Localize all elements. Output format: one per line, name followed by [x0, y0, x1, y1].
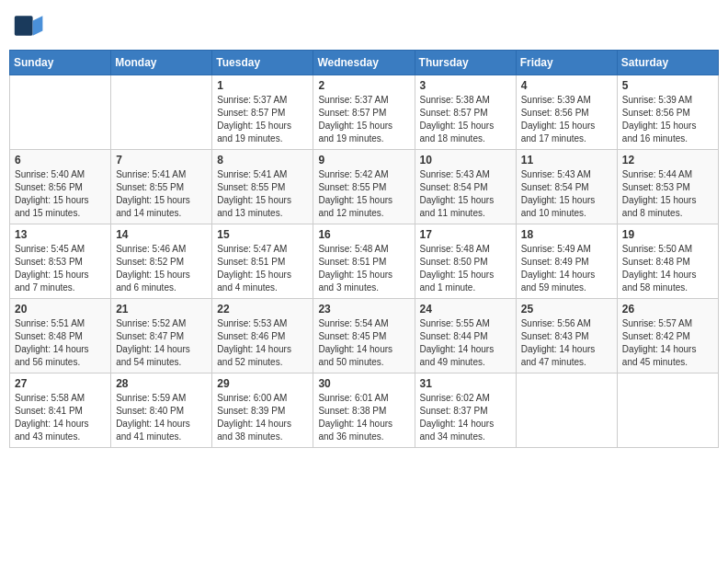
calendar-cell: 30Sunrise: 6:01 AMSunset: 8:38 PMDayligh…: [313, 373, 415, 448]
weekday-header-thursday: Thursday: [415, 51, 516, 75]
calendar-cell: 4Sunrise: 5:39 AMSunset: 8:56 PMDaylight…: [516, 75, 617, 150]
calendar-cell: 19Sunrise: 5:50 AMSunset: 8:48 PMDayligh…: [617, 224, 718, 299]
day-number: 7: [116, 154, 207, 167]
calendar-week-row: 6Sunrise: 5:40 AMSunset: 8:56 PMDaylight…: [10, 150, 719, 224]
cell-info: Sunrise: 6:00 AMSunset: 8:39 PMDaylight:…: [217, 392, 308, 443]
day-number: 28: [116, 377, 207, 390]
logo-icon: [13, 9, 46, 42]
day-number: 12: [622, 154, 713, 167]
day-number: 25: [521, 303, 612, 316]
weekday-header-sunday: Sunday: [10, 51, 111, 75]
day-number: 8: [217, 154, 308, 167]
calendar-cell: 7Sunrise: 5:41 AMSunset: 8:55 PMDaylight…: [111, 150, 212, 224]
weekday-header-monday: Monday: [111, 51, 212, 75]
cell-info: Sunrise: 5:58 AMSunset: 8:41 PMDaylight:…: [15, 392, 106, 443]
day-number: 14: [116, 228, 207, 241]
cell-info: Sunrise: 5:42 AMSunset: 8:55 PMDaylight:…: [318, 168, 409, 220]
cell-info: Sunrise: 5:39 AMSunset: 8:56 PMDaylight:…: [622, 94, 713, 145]
cell-info: Sunrise: 5:48 AMSunset: 8:51 PMDaylight:…: [318, 243, 409, 294]
calendar-cell: 10Sunrise: 5:43 AMSunset: 8:54 PMDayligh…: [415, 150, 516, 224]
day-number: 2: [318, 79, 409, 92]
weekday-header-friday: Friday: [516, 51, 617, 75]
calendar-cell: 3Sunrise: 5:38 AMSunset: 8:57 PMDaylight…: [415, 75, 516, 150]
calendar-cell: 20Sunrise: 5:51 AMSunset: 8:48 PMDayligh…: [10, 299, 111, 373]
cell-info: Sunrise: 5:51 AMSunset: 8:48 PMDaylight:…: [15, 317, 106, 369]
calendar-cell: 5Sunrise: 5:39 AMSunset: 8:56 PMDaylight…: [617, 75, 718, 150]
day-number: 1: [217, 79, 308, 92]
day-number: 31: [420, 377, 511, 390]
day-number: 19: [622, 228, 713, 241]
day-number: 5: [622, 79, 713, 92]
day-number: 16: [318, 228, 409, 241]
cell-info: Sunrise: 6:02 AMSunset: 8:37 PMDaylight:…: [420, 392, 511, 443]
calendar-cell: 12Sunrise: 5:44 AMSunset: 8:53 PMDayligh…: [617, 150, 718, 224]
cell-info: Sunrise: 5:40 AMSunset: 8:56 PMDaylight:…: [15, 168, 106, 220]
logo: [13, 9, 50, 42]
calendar-cell: [10, 75, 111, 150]
cell-info: Sunrise: 5:56 AMSunset: 8:43 PMDaylight:…: [521, 317, 612, 369]
calendar-cell: 6Sunrise: 5:40 AMSunset: 8:56 PMDaylight…: [10, 150, 111, 224]
calendar-cell: [617, 373, 718, 448]
cell-info: Sunrise: 5:57 AMSunset: 8:42 PMDaylight:…: [622, 317, 713, 369]
cell-info: Sunrise: 5:39 AMSunset: 8:56 PMDaylight:…: [521, 94, 612, 145]
day-number: 17: [420, 228, 511, 241]
day-number: 15: [217, 228, 308, 241]
calendar-cell: 14Sunrise: 5:46 AMSunset: 8:52 PMDayligh…: [111, 224, 212, 299]
day-number: 20: [15, 303, 106, 316]
day-number: 18: [521, 228, 612, 241]
day-number: 26: [622, 303, 713, 316]
day-number: 22: [217, 303, 308, 316]
calendar-cell: 15Sunrise: 5:47 AMSunset: 8:51 PMDayligh…: [212, 224, 313, 299]
cell-info: Sunrise: 5:46 AMSunset: 8:52 PMDaylight:…: [116, 243, 207, 294]
day-number: 3: [420, 79, 511, 92]
cell-info: Sunrise: 5:54 AMSunset: 8:45 PMDaylight:…: [318, 317, 409, 369]
cell-info: Sunrise: 5:43 AMSunset: 8:54 PMDaylight:…: [521, 168, 612, 220]
calendar-cell: 17Sunrise: 5:48 AMSunset: 8:50 PMDayligh…: [415, 224, 516, 299]
day-number: 23: [318, 303, 409, 316]
calendar-cell: 23Sunrise: 5:54 AMSunset: 8:45 PMDayligh…: [313, 299, 415, 373]
calendar-cell: 27Sunrise: 5:58 AMSunset: 8:41 PMDayligh…: [10, 373, 111, 448]
calendar-cell: 29Sunrise: 6:00 AMSunset: 8:39 PMDayligh…: [212, 373, 313, 448]
calendar-cell: 26Sunrise: 5:57 AMSunset: 8:42 PMDayligh…: [617, 299, 718, 373]
day-number: 9: [318, 154, 409, 167]
cell-info: Sunrise: 5:50 AMSunset: 8:48 PMDaylight:…: [622, 243, 713, 294]
calendar-week-row: 1Sunrise: 5:37 AMSunset: 8:57 PMDaylight…: [10, 75, 719, 150]
day-number: 10: [420, 154, 511, 167]
calendar-cell: [111, 75, 212, 150]
calendar-table: SundayMondayTuesdayWednesdayThursdayFrid…: [9, 50, 719, 448]
calendar-cell: 24Sunrise: 5:55 AMSunset: 8:44 PMDayligh…: [415, 299, 516, 373]
svg-marker-1: [33, 16, 43, 36]
calendar-cell: 2Sunrise: 5:37 AMSunset: 8:57 PMDaylight…: [313, 75, 415, 150]
cell-info: Sunrise: 5:38 AMSunset: 8:57 PMDaylight:…: [420, 94, 511, 145]
calendar-cell: 9Sunrise: 5:42 AMSunset: 8:55 PMDaylight…: [313, 150, 415, 224]
day-number: 24: [420, 303, 511, 316]
cell-info: Sunrise: 5:47 AMSunset: 8:51 PMDaylight:…: [217, 243, 308, 294]
day-number: 27: [15, 377, 106, 390]
cell-info: Sunrise: 5:49 AMSunset: 8:49 PMDaylight:…: [521, 243, 612, 294]
cell-info: Sunrise: 6:01 AMSunset: 8:38 PMDaylight:…: [318, 392, 409, 443]
cell-info: Sunrise: 5:45 AMSunset: 8:53 PMDaylight:…: [15, 243, 106, 294]
day-number: 29: [217, 377, 308, 390]
cell-info: Sunrise: 5:59 AMSunset: 8:40 PMDaylight:…: [116, 392, 207, 443]
svg-rect-0: [15, 16, 33, 36]
calendar-cell: [516, 373, 617, 448]
day-number: 6: [15, 154, 106, 167]
calendar-week-row: 20Sunrise: 5:51 AMSunset: 8:48 PMDayligh…: [10, 299, 719, 373]
calendar-week-row: 13Sunrise: 5:45 AMSunset: 8:53 PMDayligh…: [10, 224, 719, 299]
calendar-cell: 13Sunrise: 5:45 AMSunset: 8:53 PMDayligh…: [10, 224, 111, 299]
calendar-cell: 28Sunrise: 5:59 AMSunset: 8:40 PMDayligh…: [111, 373, 212, 448]
cell-info: Sunrise: 5:55 AMSunset: 8:44 PMDaylight:…: [420, 317, 511, 369]
day-number: 4: [521, 79, 612, 92]
weekday-header-tuesday: Tuesday: [212, 51, 313, 75]
calendar-cell: 8Sunrise: 5:41 AMSunset: 8:55 PMDaylight…: [212, 150, 313, 224]
cell-info: Sunrise: 5:48 AMSunset: 8:50 PMDaylight:…: [420, 243, 511, 294]
calendar-cell: 18Sunrise: 5:49 AMSunset: 8:49 PMDayligh…: [516, 224, 617, 299]
cell-info: Sunrise: 5:53 AMSunset: 8:46 PMDaylight:…: [217, 317, 308, 369]
cell-info: Sunrise: 5:41 AMSunset: 8:55 PMDaylight:…: [217, 168, 308, 220]
calendar-cell: 31Sunrise: 6:02 AMSunset: 8:37 PMDayligh…: [415, 373, 516, 448]
calendar-week-row: 27Sunrise: 5:58 AMSunset: 8:41 PMDayligh…: [10, 373, 719, 448]
cell-info: Sunrise: 5:37 AMSunset: 8:57 PMDaylight:…: [318, 94, 409, 145]
cell-info: Sunrise: 5:43 AMSunset: 8:54 PMDaylight:…: [420, 168, 511, 220]
cell-info: Sunrise: 5:44 AMSunset: 8:53 PMDaylight:…: [622, 168, 713, 220]
day-number: 11: [521, 154, 612, 167]
